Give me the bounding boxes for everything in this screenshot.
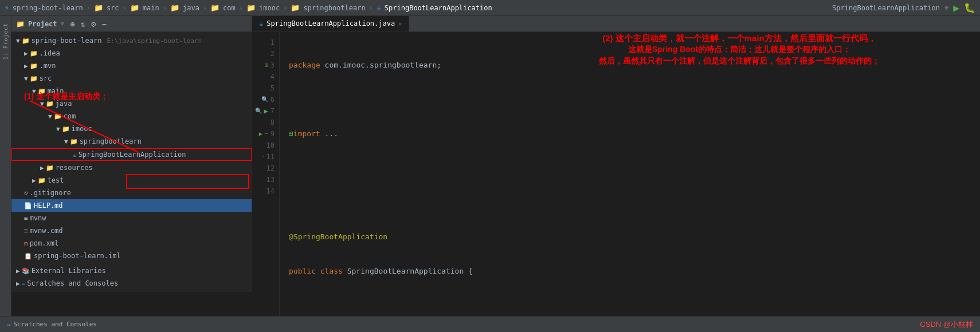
tree-pom-label: pom.xml	[30, 239, 59, 247]
tree-item-com[interactable]: ▼ 📁 com	[11, 110, 252, 122]
line-num-6: 🔍 6	[252, 94, 279, 105]
tree-item-src[interactable]: ▼ 📁 src	[11, 72, 252, 85]
toolbar-sync-btn[interactable]: ⇅	[81, 19, 85, 29]
folder-icon-src: 📁	[94, 3, 103, 12]
tree-res-expand: ▶	[40, 164, 44, 172]
project-name[interactable]: spring-boot-learn	[13, 4, 83, 12]
title-bar: ⚡ spring-boot-learn › 📁 src › 📁 main › 📁…	[0, 0, 980, 16]
gutter-icon-6[interactable]: 🔍	[261, 94, 268, 105]
tree-item-java[interactable]: ▼ 📁 java	[11, 97, 252, 110]
breadcrumb-imooc[interactable]: imooc	[259, 4, 280, 12]
project-icon: ⚡	[5, 3, 9, 12]
tree-scratches-expand: ▶	[16, 280, 20, 287]
tree-ext-expand: ▶	[16, 267, 20, 275]
tree-root-expand-icon: ▼	[16, 37, 20, 45]
editor-area: (2) 这个主启动类，就一个注解，一个main方法，然后里面就一行代码， 这就是…	[252, 16, 980, 316]
folder-icon-java: 📁	[170, 3, 179, 12]
code-line-7: public class SpringBootLearnApplication …	[289, 266, 980, 277]
tree-item-springbootlearn[interactable]: ▼ 📁 springbootlearn	[11, 135, 252, 148]
run-btn-9[interactable]: ▶	[259, 128, 262, 140]
run-config-dropdown[interactable]: ▼	[944, 4, 948, 12]
tree-root-path: E:\java\spring-boot-learn	[107, 37, 202, 45]
breadcrumb-java[interactable]: java	[183, 4, 199, 12]
tree-res-folder-icon: 📁	[46, 164, 54, 172]
tree-com-label: com	[64, 112, 76, 120]
breadcrumb-sep-7: ›	[369, 4, 373, 12]
tree-item-help[interactable]: 📄 HELP.md	[11, 199, 252, 212]
project-tree: ▼ 📁 spring-boot-learn E:\java\spring-boo…	[11, 32, 252, 292]
editor-tabs: ☕ SpringBootLearnApplication.java ✕	[252, 16, 980, 32]
code-line-1: package com.imooc.springbootlearn;	[289, 60, 980, 71]
code-line-8	[289, 300, 980, 311]
fold-icon-9[interactable]: ⌐	[265, 128, 268, 140]
breadcrumb-src[interactable]: src	[107, 4, 119, 12]
tree-test-folder-icon: 📁	[38, 177, 46, 184]
run-config-label[interactable]: SpringBootLearnApplication	[832, 4, 940, 12]
tree-item-mvnw[interactable]: ≡ mvnw	[11, 212, 252, 224]
tree-item-mvnw-cmd[interactable]: ≡ mvnw.cmd	[11, 224, 252, 237]
tree-com-expand: ▼	[48, 113, 52, 120]
tree-idea-expand: ▶	[24, 50, 28, 57]
tree-idea-label: .idea	[40, 49, 60, 57]
line-num-14: 14	[252, 185, 279, 197]
editor-tab-app[interactable]: ☕ SpringBootLearnApplication.java ✕	[252, 16, 409, 31]
tree-item-pom[interactable]: m pom.xml	[11, 237, 252, 250]
folder-icon-main: 📁	[130, 3, 139, 12]
tree-git-icon: ⎋	[24, 189, 28, 197]
tree-item-main[interactable]: ▼ 📁 main	[11, 85, 252, 97]
fold-icon-3[interactable]: ⊞	[265, 60, 268, 71]
breadcrumb-active-file: SpringBootLearnApplication	[385, 4, 492, 12]
breadcrumb-sep-3: ›	[163, 4, 167, 12]
tree-ext-label: External Libraries	[32, 267, 106, 275]
tree-item-iml[interactable]: 📋 spring-boot-learn.iml	[11, 250, 252, 262]
tree-src-expand: ▼	[24, 75, 28, 82]
line-num-2: 2	[252, 48, 279, 60]
breadcrumb-springbootlearn[interactable]: springbootlearn	[303, 4, 365, 12]
file-icon-app: ☕	[377, 3, 381, 12]
tree-item-application[interactable]: ☕ SpringBootLearnApplication	[11, 148, 252, 161]
run-icon-7[interactable]: 🔍	[255, 105, 262, 117]
line-numbers: 1 2 ⊞ 3 4 5 🔍 6 🔍 ▶ 7 8	[252, 32, 280, 316]
code-content[interactable]: package com.imooc.springbootlearn; ⊞impo…	[280, 32, 980, 316]
toolbar-settings-btn[interactable]: ⚙	[91, 19, 96, 29]
breadcrumb-sep-2: ›	[123, 4, 127, 12]
project-panel-wrapper: (1) 这个就是主启动类； 📁 Project ▼ ⊕ ⇅ ⚙ −	[11, 16, 252, 316]
tree-java-folder-icon: 📁	[46, 100, 54, 108]
project-toolbar-dropdown[interactable]: ▼	[61, 20, 65, 27]
side-strip-label[interactable]: 1: Project	[3, 23, 9, 60]
tree-com-folder-icon: 📁	[54, 113, 62, 120]
tab-label: SpringBootLearnApplication.java	[266, 19, 395, 27]
tree-item-gitignore[interactable]: ⎋ .gitignore	[11, 187, 252, 199]
bottom-bar: ✏ Scratches and Consoles CSDN @小桂林	[0, 316, 980, 332]
line-num-10: 10	[252, 140, 279, 151]
run-btn-7[interactable]: ▶	[264, 105, 268, 117]
tree-item-test[interactable]: ▶ 📁 test	[11, 174, 252, 187]
tree-sbl-expand: ▼	[64, 138, 68, 145]
tab-close-btn[interactable]: ✕	[398, 21, 402, 27]
tree-item-root[interactable]: ▼ 📁 spring-boot-learn E:\java\spring-boo…	[11, 34, 252, 47]
tree-idea-folder-icon: 📁	[30, 50, 38, 57]
tree-item-idea[interactable]: ▶ 📁 .idea	[11, 47, 252, 60]
debug-button[interactable]: 🐛	[964, 2, 975, 13]
tree-item-resources[interactable]: ▶ 📁 resources	[11, 161, 252, 174]
tree-item-scratches[interactable]: ▶ ✏ Scratches and Consoles	[11, 277, 252, 290]
tree-item-mvn[interactable]: ▶ 📁 .mvn	[11, 60, 252, 72]
tree-item-imooc[interactable]: ▼ 📁 imooc	[11, 122, 252, 135]
tree-git-label: .gitignore	[30, 189, 71, 197]
side-strip: 1: Project	[0, 16, 11, 316]
run-button[interactable]: ▶	[953, 2, 959, 14]
project-toolbar: 📁 Project ▼ ⊕ ⇅ ⚙ −	[11, 16, 252, 32]
code-line-2	[289, 94, 980, 105]
toolbar-new-btn[interactable]: ⊕	[70, 19, 75, 29]
project-panel: 📁 Project ▼ ⊕ ⇅ ⚙ − ▼ 📁 spring-boot-lear…	[11, 16, 252, 292]
code-editor[interactable]: 1 2 ⊞ 3 4 5 🔍 6 🔍 ▶ 7 8	[252, 32, 980, 316]
code-line-5	[289, 197, 980, 208]
breadcrumb-main[interactable]: main	[143, 4, 159, 12]
tree-mvn-expand: ▶	[24, 62, 28, 70]
tree-java-expand: ▼	[40, 100, 44, 108]
toolbar-minimize-btn[interactable]: −	[102, 19, 107, 29]
scratches-bar-item[interactable]: ✏ Scratches and Consoles	[7, 321, 97, 329]
fold-close-11[interactable]: ¬	[261, 151, 264, 163]
breadcrumb-com[interactable]: com	[223, 4, 236, 12]
tree-item-external-libs[interactable]: ▶ 📚 External Libraries	[11, 264, 252, 277]
